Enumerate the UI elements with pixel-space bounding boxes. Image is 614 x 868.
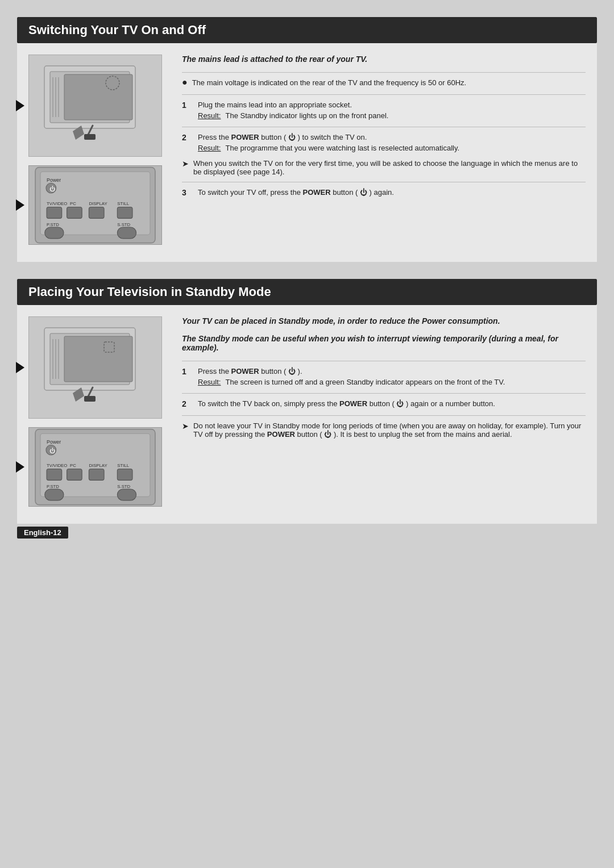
- step1-2-text: Press the POWER button ( ⏻ ) to switch t…: [198, 133, 367, 141]
- page: Switching Your TV On and Off: [0, 0, 614, 868]
- svg-text:⏻: ⏻: [49, 185, 55, 191]
- section2-images: Power ⏻ TV/VIDEO PC DISPLAY STILL P.STD: [28, 316, 165, 507]
- section2-intro2: The Standby mode can be useful when you …: [182, 334, 586, 352]
- page-number: English-12: [17, 527, 68, 539]
- tv-back-image: [28, 55, 162, 157]
- step1-1-result-text: The Standby indicator lights up on the f…: [225, 111, 388, 120]
- svg-rect-8: [84, 134, 96, 140]
- step2-1-content: Press the POWER button ( ⏻ ). Result: Th…: [198, 367, 505, 386]
- step2-2-content: To switch the TV back on, simply press t…: [198, 399, 495, 408]
- step1-2-result-text: The programme that you were watching las…: [225, 144, 459, 152]
- step2-1-result-label: Result:: [198, 378, 221, 386]
- svg-text:DISPLAY: DISPLAY: [89, 463, 107, 468]
- svg-rect-26: [117, 227, 136, 239]
- svg-text:PC: PC: [70, 463, 76, 468]
- arrow-note-icon: ➤: [182, 159, 189, 168]
- tv-back-svg: [39, 60, 152, 151]
- svg-rect-22: [117, 207, 132, 218]
- tv-standby-svg: [39, 322, 152, 413]
- step1-3-content: To switch your TV off, press the POWER b…: [198, 188, 394, 197]
- remote-panel-image: Power ⏻ TV/VIDEO PC DISPLAY STILL: [28, 165, 162, 245]
- svg-rect-53: [117, 489, 136, 500]
- step2-1-text: Press the POWER button ( ⏻ ).: [198, 367, 302, 375]
- step2-1-result-text: The screen is turned off and a green Sta…: [225, 378, 505, 386]
- step2-2-num: 2: [182, 399, 191, 408]
- svg-rect-20: [67, 207, 82, 218]
- step1-1-num: 1: [182, 101, 191, 110]
- step1-3-num: 3: [182, 188, 191, 197]
- svg-rect-25: [45, 227, 64, 239]
- step1-2-note-text: When you switch the TV on for the very f…: [193, 159, 586, 176]
- section1-note: ● The main voltage is indicated on the r…: [182, 78, 586, 87]
- remote-panel-image-wrapper: Power ⏻ TV/VIDEO PC DISPLAY STILL: [28, 165, 165, 245]
- tv-standby-image-wrapper: [28, 316, 165, 419]
- divider2: [182, 94, 586, 95]
- svg-text:S.STD: S.STD: [117, 484, 130, 489]
- section2-intro1: Your TV can be placed in Standby mode, i…: [182, 316, 586, 326]
- section1-text: The mains lead is attached to the rear o…: [176, 55, 586, 245]
- arrow-icon-2: [16, 199, 24, 211]
- step1-3: 3 To switch your TV off, press the POWER…: [182, 188, 586, 197]
- step1-1-result-line: Result: The Standby indicator lights up …: [198, 111, 388, 120]
- step2-2-text: To switch the TV back on, simply press t…: [198, 399, 495, 408]
- svg-rect-49: [117, 469, 132, 480]
- step1-2-num: 2: [182, 133, 191, 142]
- section1-intro: The mains lead is attached to the rear o…: [182, 55, 586, 64]
- svg-text:P.STD: P.STD: [47, 222, 59, 227]
- step1-1: 1 Plug the mains lead into an appropriat…: [182, 101, 586, 120]
- svg-rect-47: [67, 469, 82, 480]
- remote-svg: Power ⏻ TV/VIDEO PC DISPLAY STILL: [29, 165, 161, 245]
- step1-2: 2 Press the POWER button ( ⏻ ) to switch…: [182, 133, 586, 152]
- step2-1: 1 Press the POWER button ( ⏻ ). Result: …: [182, 367, 586, 386]
- remote-standby-svg: Power ⏻ TV/VIDEO PC DISPLAY STILL P.STD: [29, 427, 161, 507]
- section-standby: Placing Your Television in Standby Mode: [17, 279, 597, 524]
- step1-3-text: To switch your TV off, press the POWER b…: [198, 188, 394, 197]
- svg-text:TV/VIDEO: TV/VIDEO: [47, 463, 67, 468]
- step1-2-result-line: Result: The programme that you were watc…: [198, 144, 459, 152]
- page-footer: English-12: [0, 524, 614, 547]
- section2-footer-note: ➤ Do not leave your TV in Standby mode f…: [182, 422, 586, 439]
- arrow-icon-1: [16, 100, 24, 111]
- svg-text:STILL: STILL: [117, 463, 129, 468]
- bullet-icon-1: ●: [182, 77, 188, 87]
- svg-text:Power: Power: [47, 439, 61, 445]
- step1-2-content: Press the POWER button ( ⏻ ) to switch t…: [198, 133, 459, 152]
- section1-note-text: The main voltage is indicated on the rea…: [192, 78, 467, 87]
- divider3: [182, 127, 586, 127]
- section2-text: Your TV can be placed in Standby mode, i…: [176, 316, 586, 507]
- tv-standby-image: [28, 316, 162, 419]
- step2-2: 2 To switch the TV back on, simply press…: [182, 399, 586, 408]
- section1-title: Switching Your TV On and Off: [17, 17, 597, 43]
- step1-1-content: Plug the mains lead into an appropriate …: [198, 101, 388, 120]
- divider4: [182, 182, 586, 182]
- svg-rect-52: [45, 489, 64, 500]
- svg-rect-19: [47, 207, 62, 218]
- svg-text:S.STD: S.STD: [117, 222, 130, 227]
- svg-text:PC: PC: [70, 201, 76, 206]
- svg-rect-21: [89, 207, 104, 218]
- remote-standby-image-wrapper: Power ⏻ TV/VIDEO PC DISPLAY STILL P.STD: [28, 427, 165, 507]
- tv-back-image-wrapper: [28, 55, 165, 157]
- arrow-note-icon2: ➤: [182, 422, 189, 431]
- divider6: [182, 393, 586, 394]
- step1-1-result-label: Result:: [198, 111, 221, 120]
- step1-2-note: ➤ When you switch the TV on for the very…: [182, 159, 586, 176]
- svg-text:STILL: STILL: [117, 201, 129, 206]
- step1-1-text: Plug the mains lead into an appropriate …: [198, 101, 352, 109]
- svg-rect-35: [84, 396, 96, 402]
- section2-title: Placing Your Television in Standby Mode: [17, 279, 597, 305]
- svg-rect-32: [64, 336, 132, 382]
- svg-text:DISPLAY: DISPLAY: [89, 201, 107, 206]
- section1-images: Power ⏻ TV/VIDEO PC DISPLAY STILL: [28, 55, 165, 245]
- svg-rect-48: [89, 469, 104, 480]
- arrow-icon-4: [16, 461, 24, 473]
- divider1: [182, 72, 586, 73]
- section2-footer-note-text: Do not leave your TV in Standby mode for…: [193, 422, 586, 439]
- arrow-icon-3: [16, 362, 24, 373]
- svg-text:⏻: ⏻: [49, 447, 55, 453]
- svg-text:Power: Power: [47, 177, 61, 183]
- svg-text:TV/VIDEO: TV/VIDEO: [47, 201, 67, 206]
- divider5: [182, 361, 586, 361]
- step1-2-result-label: Result:: [198, 144, 221, 152]
- svg-text:P.STD: P.STD: [47, 484, 59, 489]
